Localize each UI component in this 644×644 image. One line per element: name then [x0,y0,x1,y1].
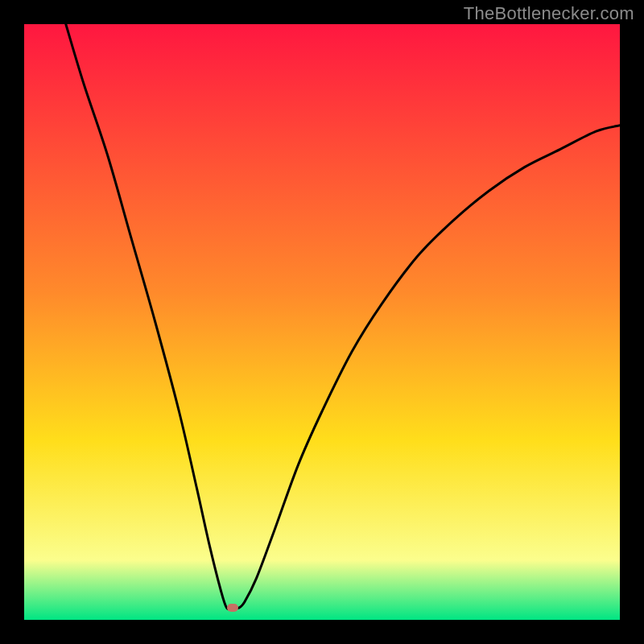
optimal-point-marker [227,604,238,612]
bottleneck-chart [24,24,620,620]
chart-frame: TheBottlenecker.com [0,0,644,644]
attribution-label: TheBottlenecker.com [464,3,634,24]
plot-area [24,24,620,620]
gradient-background [24,24,620,620]
